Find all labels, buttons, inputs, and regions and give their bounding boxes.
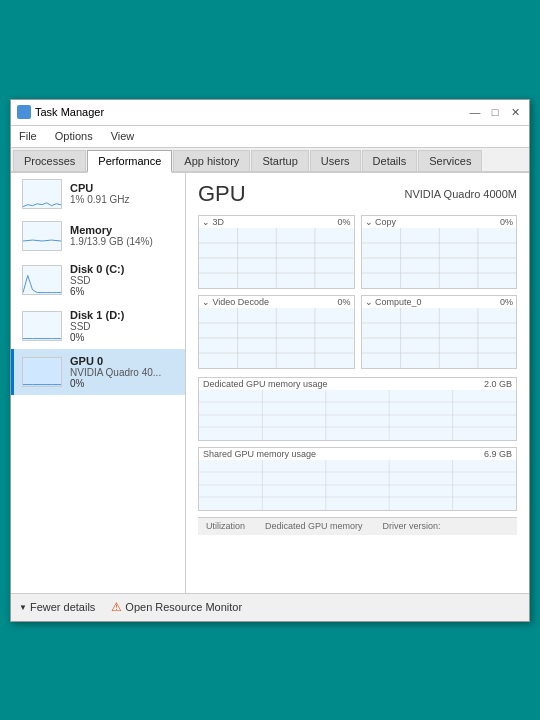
- disk0-sub: SSD: [70, 275, 177, 286]
- graph-copy-percent: 0%: [500, 217, 513, 227]
- fewer-details-link[interactable]: ▼ Fewer details: [19, 601, 95, 613]
- gpu-title: GPU: [198, 181, 246, 207]
- graph-c0-label-row: ⌄ Compute_0 0%: [362, 296, 517, 308]
- title-bar-controls: — □ ✕: [467, 104, 523, 120]
- dedicated-memory-graph: Dedicated GPU memory usage 2.0 GB: [198, 377, 517, 441]
- main-content: CPU 1% 0.91 GHz Memory 1.9/13.9 GB (14%): [11, 173, 529, 593]
- gpu0-name: GPU 0: [70, 355, 177, 367]
- sidebar-item-disk1[interactable]: Disk 1 (D:) SSD 0%: [11, 303, 185, 349]
- disk0-info: Disk 0 (C:) SSD 6%: [70, 263, 177, 297]
- tab-bar: Processes Performance App history Startu…: [11, 148, 529, 173]
- menu-view[interactable]: View: [107, 129, 139, 143]
- monitor-icon: ⚠: [111, 600, 122, 614]
- cpu-info: CPU 1% 0.91 GHz: [70, 182, 177, 205]
- gpu0-info: GPU 0 NVIDIA Quadro 40... 0%: [70, 355, 177, 389]
- gpu-graphs-grid: ⌄ 3D 0%: [198, 215, 517, 369]
- open-monitor-label: Open Resource Monitor: [125, 601, 242, 613]
- dedicated-mem-canvas: [199, 390, 516, 440]
- disk0-val: 6%: [70, 286, 177, 297]
- close-button[interactable]: ✕: [507, 104, 523, 120]
- menu-bar: File Options View: [11, 126, 529, 148]
- status-dedicated-mem: Dedicated GPU memory: [265, 521, 363, 531]
- graph-video-decode: ⌄ Video Decode 0%: [198, 295, 355, 369]
- gpu0-val: 0%: [70, 378, 177, 389]
- graph-vd-label: ⌄ Video Decode: [202, 297, 269, 307]
- gpu0-mini-graph: [22, 357, 62, 387]
- disk1-info: Disk 1 (D:) SSD 0%: [70, 309, 177, 343]
- graph-c0-label: ⌄ Compute_0: [365, 297, 422, 307]
- dedicated-mem-max: 2.0 GB: [484, 379, 512, 389]
- graph-c0-canvas: [362, 308, 517, 368]
- cpu-sub: 1% 0.91 GHz: [70, 194, 177, 205]
- cpu-name: CPU: [70, 182, 177, 194]
- app-icon: [17, 105, 31, 119]
- shared-mem-label-row: Shared GPU memory usage 6.9 GB: [199, 448, 516, 460]
- sidebar-item-disk0[interactable]: Disk 0 (C:) SSD 6%: [11, 257, 185, 303]
- memory-mini-graph: [22, 221, 62, 251]
- graph-3d: ⌄ 3D 0%: [198, 215, 355, 289]
- gpu-model: NVIDIA Quadro 4000M: [404, 188, 517, 200]
- graph-copy-label-row: ⌄ Copy 0%: [362, 216, 517, 228]
- tab-processes[interactable]: Processes: [13, 150, 86, 171]
- tab-users[interactable]: Users: [310, 150, 361, 171]
- gpu-header: GPU NVIDIA Quadro 4000M: [198, 181, 517, 207]
- chevron-down-icon: ▼: [19, 603, 27, 612]
- detail-panel: GPU NVIDIA Quadro 4000M ⌄ 3D 0%: [186, 173, 529, 593]
- disk1-name: Disk 1 (D:): [70, 309, 177, 321]
- disk0-name: Disk 0 (C:): [70, 263, 177, 275]
- shared-mem-canvas: [199, 460, 516, 510]
- title-bar-left: Task Manager: [17, 105, 104, 119]
- memory-info: Memory 1.9/13.9 GB (14%): [70, 224, 177, 247]
- graph-copy: ⌄ Copy 0%: [361, 215, 518, 289]
- graph-compute0: ⌄ Compute_0 0%: [361, 295, 518, 369]
- sidebar: CPU 1% 0.91 GHz Memory 1.9/13.9 GB (14%): [11, 173, 186, 593]
- graph-3d-canvas: [199, 228, 354, 288]
- shared-mem-max: 6.9 GB: [484, 449, 512, 459]
- title-bar: Task Manager — □ ✕: [11, 100, 529, 126]
- dedicated-mem-label-row: Dedicated GPU memory usage 2.0 GB: [199, 378, 516, 390]
- status-driver: Driver version:: [383, 521, 441, 531]
- menu-file[interactable]: File: [15, 129, 41, 143]
- menu-options[interactable]: Options: [51, 129, 97, 143]
- cpu-mini-graph: [22, 179, 62, 209]
- disk1-val: 0%: [70, 332, 177, 343]
- fewer-details-label: Fewer details: [30, 601, 95, 613]
- maximize-button[interactable]: □: [487, 104, 503, 120]
- window-title: Task Manager: [35, 106, 104, 118]
- graph-copy-canvas: [362, 228, 517, 288]
- shared-memory-graph: Shared GPU memory usage 6.9 GB: [198, 447, 517, 511]
- graph-c0-percent: 0%: [500, 297, 513, 307]
- tab-app-history[interactable]: App history: [173, 150, 250, 171]
- open-monitor-link[interactable]: ⚠ Open Resource Monitor: [111, 600, 242, 614]
- status-utilization: Utilization: [206, 521, 245, 531]
- graph-vd-percent: 0%: [337, 297, 350, 307]
- sidebar-item-cpu[interactable]: CPU 1% 0.91 GHz: [11, 173, 185, 215]
- sidebar-item-gpu0[interactable]: GPU 0 NVIDIA Quadro 40... 0%: [11, 349, 185, 395]
- svg-rect-0: [23, 358, 61, 387]
- graph-3d-label-row: ⌄ 3D 0%: [199, 216, 354, 228]
- minimize-button[interactable]: —: [467, 104, 483, 120]
- detail-status-bar: Utilization Dedicated GPU memory Driver …: [198, 517, 517, 535]
- shared-mem-label: Shared GPU memory usage: [203, 449, 316, 459]
- sidebar-item-memory[interactable]: Memory 1.9/13.9 GB (14%): [11, 215, 185, 257]
- tab-performance[interactable]: Performance: [87, 150, 172, 173]
- graph-vd-label-row: ⌄ Video Decode 0%: [199, 296, 354, 308]
- tab-details[interactable]: Details: [362, 150, 418, 171]
- task-manager-window: Task Manager — □ ✕ File Options View Pro…: [10, 99, 530, 622]
- disk1-sub: SSD: [70, 321, 177, 332]
- tab-startup[interactable]: Startup: [251, 150, 308, 171]
- gpu0-sub: NVIDIA Quadro 40...: [70, 367, 177, 378]
- memory-name: Memory: [70, 224, 177, 236]
- graph-copy-label: ⌄ Copy: [365, 217, 397, 227]
- dedicated-mem-label: Dedicated GPU memory usage: [203, 379, 328, 389]
- bottom-bar: ▼ Fewer details ⚠ Open Resource Monitor: [11, 593, 529, 621]
- disk0-mini-graph: [22, 265, 62, 295]
- graph-vd-canvas: [199, 308, 354, 368]
- disk1-mini-graph: [22, 311, 62, 341]
- memory-sub: 1.9/13.9 GB (14%): [70, 236, 177, 247]
- graph-3d-percent: 0%: [337, 217, 350, 227]
- tab-services[interactable]: Services: [418, 150, 482, 171]
- graph-3d-label: ⌄ 3D: [202, 217, 224, 227]
